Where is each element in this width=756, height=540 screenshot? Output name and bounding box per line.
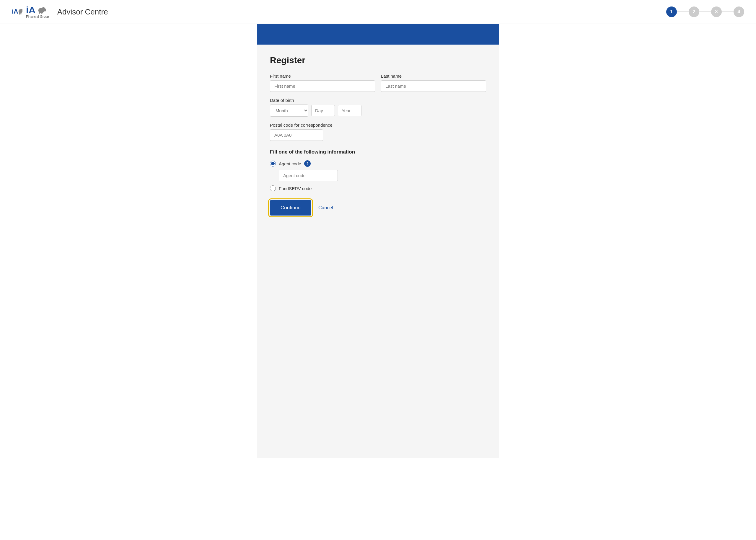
- postal-group: Postal code for correspondence: [270, 122, 486, 141]
- step-line-3-4: [722, 12, 734, 12]
- continue-button[interactable]: Continue: [270, 200, 311, 215]
- svg-rect-3: [19, 13, 20, 15]
- postal-label: Postal code for correspondence: [270, 122, 486, 128]
- logo-text: iA Financial Group: [26, 5, 49, 18]
- logo-icon: iA: [12, 8, 22, 16]
- postal-input[interactable]: [270, 129, 323, 141]
- step-3: 3: [711, 7, 722, 17]
- agent-code-label: Agent code: [279, 161, 301, 166]
- first-name-input[interactable]: [270, 80, 375, 92]
- svg-rect-4: [20, 13, 21, 15]
- app-header: iA iA: [0, 0, 756, 24]
- step-line-1-2: [677, 12, 689, 12]
- agent-code-input[interactable]: [279, 170, 338, 181]
- radio-group: Agent code ? FundSERV code: [270, 160, 486, 191]
- fundserv-radio[interactable]: [270, 186, 276, 191]
- month-select[interactable]: Month January February March April May J…: [270, 104, 308, 117]
- main-content: Register First name Last name Date of bi…: [257, 45, 499, 458]
- step-4: 4: [734, 7, 744, 17]
- step-2: 2: [689, 7, 699, 17]
- first-name-label: First name: [270, 73, 375, 78]
- page-title: Register: [270, 55, 486, 65]
- financial-group-label: Financial Group: [26, 15, 49, 18]
- dob-label: Date of birth: [270, 98, 486, 103]
- last-name-group: Last name: [381, 73, 486, 92]
- cancel-link[interactable]: Cancel: [318, 205, 333, 210]
- ia-letters: iA: [26, 5, 36, 15]
- advisor-centre-title: Advisor Centre: [57, 7, 108, 17]
- button-row: Continue Cancel: [270, 200, 486, 215]
- blue-banner: [257, 24, 499, 45]
- svg-rect-8: [41, 12, 42, 14]
- help-icon[interactable]: ?: [304, 160, 311, 167]
- day-input[interactable]: [311, 105, 335, 116]
- name-row: First name Last name: [270, 73, 486, 92]
- agent-code-radio[interactable]: [270, 161, 276, 167]
- agent-code-option: Agent code ?: [270, 160, 486, 181]
- elephant-icon: [37, 6, 46, 14]
- first-name-group: First name: [270, 73, 375, 92]
- dob-group: Date of birth Month January February Mar…: [270, 98, 486, 117]
- agent-code-radio-row: Agent code ?: [270, 160, 486, 167]
- fill-section-title: Fill one of the following information: [270, 149, 486, 155]
- last-name-input[interactable]: [381, 80, 486, 92]
- svg-text:iA: iA: [12, 8, 18, 15]
- step-line-2-3: [699, 12, 711, 12]
- fill-section: Fill one of the following information Ag…: [270, 149, 486, 191]
- year-input[interactable]: [338, 105, 362, 116]
- fundserv-label: FundSERV code: [279, 186, 312, 191]
- fundserv-radio-row: FundSERV code: [270, 186, 486, 191]
- progress-stepper: 1 2 3 4: [666, 7, 744, 17]
- logo-ia-text: iA: [26, 5, 49, 15]
- svg-rect-7: [39, 12, 40, 14]
- step-1: 1: [666, 7, 677, 17]
- last-name-label: Last name: [381, 73, 486, 78]
- logo-area: iA iA: [12, 5, 108, 18]
- dob-inputs: Month January February March April May J…: [270, 104, 486, 117]
